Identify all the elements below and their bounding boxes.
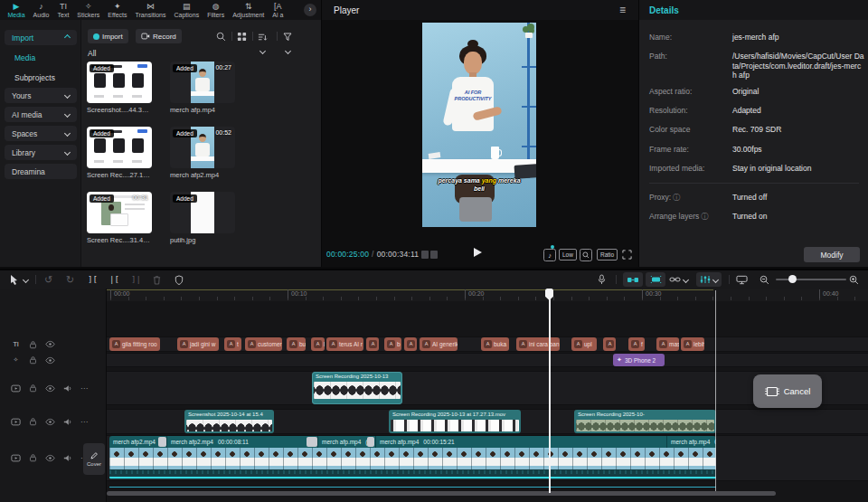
sidebar-item-spaces[interactable]: Spaces <box>5 126 77 141</box>
media-card[interactable]: Added 00:31 Screen Rec....31.48.mov <box>87 192 152 244</box>
text-clip[interactable]: A <box>404 337 417 351</box>
lock-icon[interactable] <box>29 417 37 426</box>
media-card[interactable]: Added putih.jpg <box>170 192 235 244</box>
sticker-clip[interactable]: ✦3D Phone 2 <box>613 354 665 366</box>
playhead-line[interactable] <box>549 289 551 493</box>
speaker-icon[interactable] <box>63 454 72 462</box>
eye-icon[interactable] <box>45 454 55 462</box>
tab-filters[interactable]: ◍Filters <box>203 0 229 20</box>
sidebar-item-ai-media[interactable]: AI media <box>5 107 77 122</box>
player-menu-icon[interactable]: ≡ <box>619 4 626 16</box>
text-clip[interactable]: Ali <box>311 337 325 351</box>
horizontal-scrollbar[interactable] <box>107 491 776 496</box>
info-icon[interactable]: ⓘ <box>673 194 680 202</box>
main-clip-title[interactable]: merch afp2.mp400:00:08:11 <box>166 436 307 448</box>
text-clip[interactable]: Agila fitting roo <box>109 337 160 351</box>
video-clip[interactable]: Screen Recording 2025-10- <box>574 410 716 433</box>
text-clip[interactable]: A <box>603 337 616 351</box>
mask-icon[interactable] <box>175 273 184 286</box>
transition-handle[interactable] <box>367 437 374 447</box>
tab-text[interactable]: TIText <box>53 0 73 20</box>
import-button[interactable]: Import <box>88 29 128 43</box>
fullscreen-icon[interactable] <box>621 249 632 260</box>
search-icon[interactable] <box>216 32 226 42</box>
trim-left-icon[interactable]: |[ <box>109 273 119 286</box>
modify-button[interactable]: Modify <box>804 247 860 262</box>
timeline-zoom-handle[interactable] <box>788 275 797 283</box>
media-card[interactable]: Added 00:27 merch afp.mp4 <box>170 62 235 114</box>
cover-button[interactable]: Cover <box>83 443 105 475</box>
text-clip[interactable]: AAI generik <box>420 337 458 351</box>
lock-icon[interactable] <box>29 355 37 365</box>
text-clip[interactable]: Abu <box>287 337 306 351</box>
more-options-icon[interactable]: ⋯ <box>80 418 89 426</box>
delete-icon[interactable] <box>153 273 161 286</box>
tab-adjustment[interactable]: ⇅Adjustment <box>229 0 269 20</box>
filter-icon[interactable] <box>283 33 292 58</box>
speaker-icon[interactable] <box>63 418 72 426</box>
video-clip[interactable]: Screen Recording 2025-10-13 at 17.27.13.… <box>389 410 521 433</box>
eye-icon[interactable] <box>45 356 55 365</box>
undo-icon[interactable]: ↺ <box>44 273 52 286</box>
eye-icon[interactable] <box>45 418 55 426</box>
magnetic-snap-icon[interactable] <box>623 272 643 287</box>
lock-icon[interactable] <box>29 453 37 462</box>
tab-transitions[interactable]: ⋈Transitions <box>131 0 170 20</box>
speaker-icon[interactable] <box>63 384 72 393</box>
eye-icon[interactable] <box>45 340 55 348</box>
media-card[interactable]: Added Screenshot....44.35.png <box>87 62 152 114</box>
select-tool-chevron-icon[interactable] <box>24 273 28 286</box>
text-clip[interactable]: At <box>224 337 241 351</box>
transition-handle[interactable] <box>158 437 166 447</box>
sidebar-item-dreamina[interactable]: Dreamina <box>5 164 77 179</box>
text-clip[interactable]: Af <box>628 337 645 351</box>
tabs-expand-chevron-icon[interactable]: › <box>304 4 316 16</box>
sidebar-item-subprojects[interactable]: Subprojects <box>14 71 55 84</box>
text-clip[interactable]: Aupl <box>571 337 597 351</box>
grid-view-icon[interactable] <box>237 32 247 42</box>
redo-icon[interactable]: ↻ <box>66 273 74 286</box>
audio-preview-icon[interactable]: ♪ <box>543 249 556 261</box>
frame-step-icon[interactable] <box>421 251 438 259</box>
media-card[interactable]: Added Screen Rec....27.13.mov <box>87 127 152 179</box>
lock-icon[interactable] <box>29 340 37 349</box>
text-clip[interactable]: Abuka <box>481 337 509 351</box>
tab-media[interactable]: ▶Media <box>4 0 29 20</box>
sort-icon[interactable] <box>258 33 268 58</box>
auto-align-icon[interactable] <box>646 272 665 287</box>
cancel-button[interactable]: Cancel <box>753 374 822 408</box>
media-card[interactable]: Added 00:52 merch afp2.mp4 <box>170 127 235 179</box>
section-label[interactable]: All <box>88 49 96 58</box>
lock-icon[interactable] <box>29 384 37 393</box>
audio-levels-icon[interactable] <box>696 272 722 287</box>
play-button[interactable] <box>474 248 482 257</box>
ratio-badge[interactable]: Ratio <box>597 249 618 260</box>
text-clip[interactable]: Aterus AI r <box>326 337 363 351</box>
tab-al-a[interactable]: [AAl a <box>269 0 288 20</box>
record-voiceover-icon[interactable] <box>598 273 606 286</box>
split-icon[interactable]: ][ <box>88 273 98 286</box>
eye-icon[interactable] <box>45 384 55 393</box>
text-clip[interactable]: Amasa <box>656 337 679 351</box>
main-clip-title[interactable]: merch afp2.mp4 <box>109 436 159 448</box>
more-options-icon[interactable]: ⋯ <box>80 384 89 393</box>
text-clip[interactable]: Ab <box>384 337 401 351</box>
text-clip[interactable]: Ajadi gini w <box>177 337 219 351</box>
main-clip-title[interactable]: merch afp.mp400:0 <box>666 436 716 448</box>
timeline-zoom-slider[interactable] <box>776 279 846 280</box>
video-clip[interactable]: Screen Recording 2025-10-13 <box>312 372 402 404</box>
text-clip[interactable]: Acustomer <box>245 337 282 351</box>
sidebar-item-yours[interactable]: Yours <box>5 88 77 103</box>
text-clip[interactable]: Aini cara ban <box>516 337 560 351</box>
tab-captions[interactable]: ▤Captions <box>170 0 203 20</box>
preview-zoom-icon[interactable] <box>580 249 592 261</box>
screen-cast-icon[interactable] <box>736 273 748 286</box>
record-button[interactable]: Record <box>136 29 182 43</box>
tab-audio[interactable]: ♪Audio <box>29 0 53 20</box>
sidebar-item-media[interactable]: Media <box>14 52 35 64</box>
sidebar-item-library[interactable]: Library <box>5 145 77 160</box>
quality-badge[interactable]: Low <box>559 249 577 260</box>
transition-handle[interactable] <box>307 437 317 447</box>
video-clip[interactable]: Screenshot 2025-10-14 at 15.4 <box>184 410 274 433</box>
main-clip-title[interactable]: merch afp.mp400:00:15:21 <box>375 436 665 448</box>
